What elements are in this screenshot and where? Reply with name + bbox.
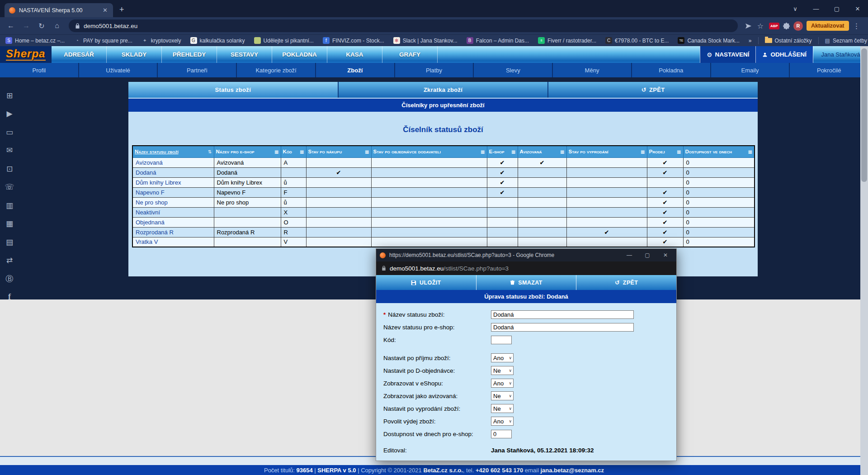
subnav-item-uživatelé[interactable]: Uživatelé <box>79 63 158 77</box>
monitor-icon[interactable]: ⊡ <box>4 163 15 175</box>
bookmark-item[interactable]: ✻Slack | Jana Stankov... <box>393 37 458 44</box>
popup-address-bar[interactable]: demo5001.betaz.eu/stlist/SCae.php?auto=3 <box>376 261 676 275</box>
chat-icon[interactable]: ▭ <box>4 126 15 138</box>
facebook-icon[interactable]: f <box>4 291 15 303</box>
popup-maximize-button[interactable]: ▢ <box>640 252 655 258</box>
menu-kebab-icon[interactable]: ⋮ <box>853 19 861 32</box>
column-header[interactable]: Název pro e-shop▦ <box>214 146 281 157</box>
table-row[interactable]: Rozprodaná RRozprodaná RR✔✔0 <box>132 227 755 237</box>
bookmark-item[interactable]: fFINVIZ.com - Stock... <box>323 37 384 44</box>
nav-settings-button[interactable]: ⚙ NASTAVENÍ <box>700 46 755 63</box>
bookmark-item[interactable]: BFalcon – Admin Das... <box>467 37 529 44</box>
reading-list-button[interactable]: ▤ Seznam četby <box>825 38 867 44</box>
column-header[interactable]: Název statusu zboží⇅ <box>132 146 214 157</box>
bookmark-item[interactable]: ◔PAY by square pre... <box>74 37 132 44</box>
popup-button-uložit[interactable]: ULOŽIT <box>376 275 476 290</box>
grid-icon[interactable]: ▦ <box>677 149 681 154</box>
bookmark-item[interactable]: fiFiverr / rastotrader... <box>538 37 596 44</box>
back-icon[interactable]: ← <box>5 19 17 32</box>
table-row[interactable]: Napevno FNapevno FF✔✔0 <box>132 187 755 197</box>
tab-status-zboží[interactable]: Status zboží <box>128 82 339 98</box>
bookmark-star-icon[interactable]: ☆ <box>755 19 765 32</box>
expand-icon[interactable]: ⊞ <box>4 90 15 101</box>
browser-tab[interactable]: NASTAVENÍ Sherpa 5.00 ✕ <box>5 3 113 17</box>
popup-button-zpět[interactable]: ↺ZPĚT <box>576 275 676 290</box>
tab-zpět[interactable]: ↺ZPĚT <box>548 82 758 98</box>
sherpa-logo[interactable]: Sherpa <box>0 46 52 63</box>
text-input[interactable]: Dodaná <box>491 310 634 319</box>
bookmark-item[interactable]: Udělejte si pikantní... <box>254 37 314 44</box>
column-header[interactable]: Prodej▦ <box>647 146 683 157</box>
column-header[interactable]: Stav po vyprodání▦ <box>566 146 647 157</box>
grid-icon[interactable]: ▦ <box>748 149 752 154</box>
home-icon[interactable]: ⌂ <box>51 19 63 32</box>
update-button[interactable]: Aktualizovat <box>807 21 849 31</box>
email-icon[interactable]: ✉ <box>4 145 15 157</box>
grid-icon[interactable]: ▦ <box>481 149 485 154</box>
profile-avatar[interactable]: R <box>793 21 803 31</box>
bookmark-item[interactable]: Gkalkulačka solanky <box>190 37 245 44</box>
bookmark-item[interactable]: TECanada Stock Mark... <box>678 37 739 44</box>
bookmark-item[interactable]: C€7978.00 - BTC to E... <box>605 37 669 44</box>
tab-zkratka-zboží[interactable]: Zkratka zboží <box>339 82 549 98</box>
column-header[interactable]: Stav po nákupu▦ <box>306 146 371 157</box>
tab-close-icon[interactable]: ✕ <box>101 7 109 14</box>
calendar-icon[interactable]: ▦ <box>4 218 15 230</box>
subnav-item-partneři[interactable]: Partneři <box>158 63 237 77</box>
select-dropdown[interactable]: Ne∨ <box>491 366 514 375</box>
table-row[interactable]: DodanáDodaná✔✔✔0 <box>132 167 755 177</box>
video-icon[interactable]: ▶ <box>4 108 15 120</box>
column-header[interactable]: Kód▦ <box>281 146 306 157</box>
nav-logout-button[interactable]: ODHLÁŠENÍ <box>755 46 813 63</box>
select-dropdown[interactable]: Ano∨ <box>491 417 514 426</box>
scrollbar-thumb[interactable] <box>861 48 867 182</box>
page-scrollbar[interactable] <box>860 46 868 475</box>
invoice-icon[interactable]: ▤ <box>4 236 15 248</box>
column-header[interactable]: Dostupnost ve dnech▦ <box>683 146 755 157</box>
table-row[interactable]: Ne pro shopNe pro shopů✔0 <box>132 197 755 207</box>
text-input-small[interactable] <box>491 336 512 344</box>
select-dropdown[interactable]: Ano∨ <box>491 379 514 388</box>
text-input[interactable]: Dodaná <box>491 323 634 332</box>
adblock-extension-icon[interactable]: ABP <box>769 23 779 29</box>
column-header[interactable]: Stav po objednávce dodavateli▦ <box>371 146 487 157</box>
bookmarks-overflow-icon[interactable]: » <box>749 38 752 44</box>
nav-item-sestavy[interactable]: SESTAVY <box>217 46 272 63</box>
subnav-item-emaily[interactable]: Emaily <box>711 63 790 77</box>
select-dropdown[interactable]: Ano∨ <box>491 353 514 362</box>
maximize-button[interactable]: ▢ <box>826 5 847 12</box>
table-row[interactable]: Dům knihy LibrexDům knihy Librexů✔0 <box>132 177 755 187</box>
subnav-item-zboží[interactable]: Zboží <box>316 63 395 77</box>
reload-icon[interactable]: ↻ <box>35 19 48 32</box>
new-tab-button[interactable]: + <box>113 5 131 17</box>
popup-titlebar[interactable]: https://demo5001.betaz.eu/stlist/SCae.ph… <box>376 249 676 261</box>
bookmark-item[interactable]: SHome – betaz.cz –... <box>5 37 65 44</box>
grid-icon[interactable]: ▦ <box>274 149 278 154</box>
forward-icon[interactable]: → <box>20 19 33 32</box>
nav-item-adresář[interactable]: ADRESÁŘ <box>52 46 107 63</box>
bookmark-item[interactable]: ✦kryptovoxely <box>142 37 181 44</box>
subnav-item-pokladna[interactable]: Pokladna <box>632 63 711 77</box>
popup-button-smazat[interactable]: SMAZAT <box>476 275 577 290</box>
other-bookmarks-button[interactable]: Ostatní záložky <box>765 38 812 44</box>
subnav-item-měny[interactable]: Měny <box>553 63 632 77</box>
tab-search-icon[interactable]: ∨ <box>785 5 806 12</box>
grid-icon[interactable]: ▦ <box>365 149 369 154</box>
select-dropdown[interactable]: Ne∨ <box>491 404 514 413</box>
select-dropdown[interactable]: Ne∨ <box>491 391 514 400</box>
sort-icon[interactable]: ⇅ <box>208 149 212 154</box>
subnav-item-kategorie-zboží[interactable]: Kategorie zboží <box>237 63 316 77</box>
subnav-item-slevy[interactable]: Slevy <box>474 63 553 77</box>
table-row[interactable]: NeaktivníX✔0 <box>132 207 755 217</box>
nav-item-pokladna[interactable]: POKLADNA <box>272 46 327 63</box>
column-header[interactable]: Avizovaná▦ <box>518 146 566 157</box>
grid-icon[interactable]: ▦ <box>560 149 564 154</box>
table-row[interactable]: AvizovanáAvizovanáA✔✔✔0 <box>132 157 755 167</box>
betaz-icon[interactable]: Ⓑ <box>4 273 15 285</box>
subnav-item-platby[interactable]: Platby <box>395 63 474 77</box>
nav-item-sklady[interactable]: SKLADY <box>107 46 162 63</box>
chart-icon[interactable]: ▥ <box>4 200 15 211</box>
nav-item-přehledy[interactable]: PŘEHLEDY <box>162 46 217 63</box>
minimize-button[interactable]: — <box>806 5 826 12</box>
text-input-small[interactable]: 0 <box>491 430 512 438</box>
